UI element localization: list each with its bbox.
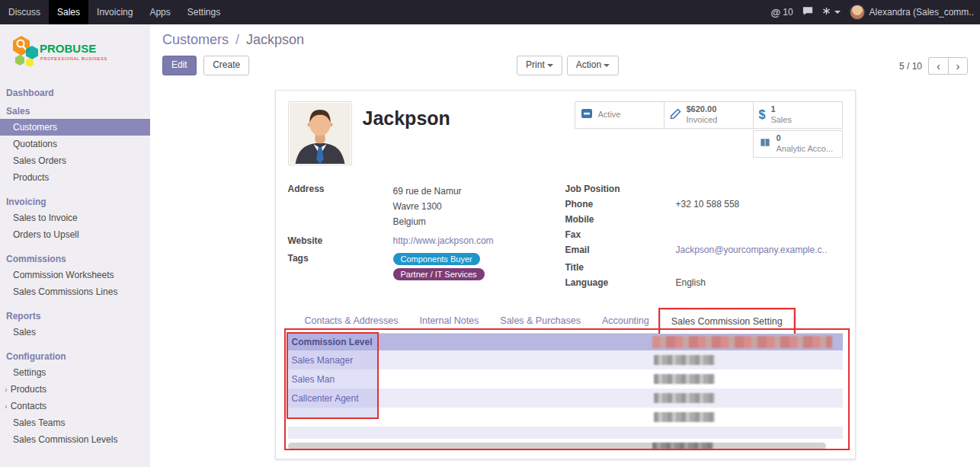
- sidebar-item-sales-orders[interactable]: Sales Orders: [0, 152, 150, 169]
- address-line-2: Wavre 1300: [393, 199, 462, 214]
- sidebar-item-sales-teams[interactable]: Sales Teams: [0, 414, 150, 431]
- website-field-label: Website: [288, 235, 393, 247]
- horizontal-scrollbar[interactable]: [288, 443, 826, 449]
- debug-menu-button[interactable]: [822, 7, 841, 18]
- action-label: Action: [576, 59, 601, 70]
- sidebar-item-quotations[interactable]: Quotations: [0, 136, 150, 152]
- chat-bubble-icon: [802, 6, 813, 18]
- tab-accounting[interactable]: Accounting: [591, 309, 660, 333]
- tab-sales-commission-setting[interactable]: Sales Commission Setting: [660, 309, 794, 334]
- book-icon: [759, 137, 771, 152]
- debug-asterisk-icon: [822, 7, 831, 18]
- tag-components-buyer: Components Buyer: [393, 253, 480, 265]
- customer-photo: [288, 101, 352, 165]
- top-navbar: Discuss Sales Invoicing Apps Settings @ …: [0, 0, 980, 24]
- table-row-sales-manager[interactable]: Sales Manager: [288, 350, 843, 369]
- sidebar-item-sales-commissions-lines[interactable]: Sales Commissions Lines: [0, 283, 150, 300]
- sidebar-item-settings[interactable]: Settings: [0, 364, 150, 381]
- sidebar-item-label: Products: [11, 384, 46, 395]
- chevron-down-icon: [834, 11, 841, 14]
- stat-buttons: Active $620.00 Invoiced $ 1: [572, 101, 843, 159]
- stat-button-active[interactable]: Active: [575, 101, 665, 129]
- edit-button[interactable]: Edit: [162, 56, 197, 75]
- sidebar-item-sales-commission-levels[interactable]: Sales Commission Levels: [0, 431, 150, 448]
- sales-count-value: 1: [770, 104, 792, 115]
- commission-level-column-header[interactable]: Commission Level: [288, 337, 652, 347]
- tags-field-label: Tags: [288, 253, 393, 283]
- sidebar-header-dashboard[interactable]: Dashboard: [0, 84, 150, 101]
- table-row-sales-man[interactable]: Sales Man: [288, 369, 843, 389]
- breadcrumb-separator: /: [235, 32, 239, 47]
- phone-value: +32 10 588 558: [676, 199, 740, 210]
- sidebar-item-config-products[interactable]: ›Products: [0, 381, 150, 398]
- sidebar-header-invoicing[interactable]: Invoicing: [0, 193, 150, 210]
- sales-count-label: Sales: [770, 115, 792, 126]
- tab-contacts-addresses[interactable]: Contacts & Addresses: [294, 309, 409, 333]
- logo-tagline-text: PROFESSIONAL BUSINESS: [40, 56, 107, 61]
- pager-previous-button[interactable]: ‹: [928, 57, 948, 75]
- tag-partner-it-services: Partner / IT Services: [393, 268, 485, 280]
- user-name: Alexandra (Sales_comm..: [870, 7, 974, 18]
- menu-sales[interactable]: Sales: [49, 0, 88, 24]
- table-row-callcenter-agent[interactable]: Callcenter Agent: [288, 389, 843, 408]
- menu-discuss[interactable]: Discuss: [0, 0, 49, 24]
- breadcrumb: Customers / Jackpson: [162, 32, 968, 48]
- stat-button-analytic-accounts[interactable]: 0 Analytic Acco...: [753, 130, 843, 158]
- sidebar-header-reports[interactable]: Reports: [0, 307, 150, 324]
- sidebar-item-config-contacts[interactable]: ›Contacts: [0, 398, 150, 414]
- user-menu[interactable]: Alexandra (Sales_comm..: [850, 5, 974, 20]
- breadcrumb-customers-link[interactable]: Customers: [162, 32, 229, 47]
- stat-button-sales[interactable]: $ 1 Sales: [753, 101, 843, 129]
- invoiced-value: $620.00: [687, 104, 718, 115]
- website-link[interactable]: http://www.jackpson.com: [393, 235, 494, 247]
- messages-button[interactable]: [802, 6, 813, 18]
- tab-sales-purchases[interactable]: Sales & Purchases: [489, 309, 591, 333]
- email-link[interactable]: Jackpson@yourcompany.example.c..: [676, 245, 828, 256]
- sidebar-item-reports-sales[interactable]: Sales: [0, 324, 150, 341]
- mobile-field-label: Mobile: [565, 214, 676, 226]
- pencil-icon: [670, 108, 681, 123]
- submenu-arrow-icon: ›: [5, 401, 8, 411]
- user-avatar: [850, 5, 865, 20]
- redacted-value: [654, 355, 715, 365]
- phone-field-label: Phone: [565, 199, 676, 210]
- main-content: Customers / Jackpson Edit Create Print A…: [150, 24, 980, 467]
- address-value: 69 rue de Namur Wavre 1300 Belgium: [393, 184, 462, 229]
- sidebar-item-customers[interactable]: Customers: [0, 119, 150, 136]
- redacted-value: [652, 443, 713, 449]
- menu-invoicing[interactable]: Invoicing: [88, 0, 141, 24]
- sidebar-item-sales-to-invoice[interactable]: Sales to Invoice: [0, 210, 150, 226]
- sidebar-item-commission-worksheets[interactable]: Commission Worksheets: [0, 267, 150, 283]
- sidebar: PROBUSE PROFESSIONAL BUSINESS Dashboard …: [0, 24, 150, 467]
- stat-button-invoiced[interactable]: $620.00 Invoiced: [664, 101, 754, 129]
- sidebar-item-products[interactable]: Products: [0, 169, 150, 186]
- notebook: Contacts & Addresses Internal Notes Sale…: [288, 309, 843, 449]
- print-dropdown-button[interactable]: Print: [517, 56, 562, 75]
- address-line-1: 69 rue de Namur: [393, 184, 462, 199]
- redacted-column-header: [652, 336, 832, 348]
- tags-value: Components Buyer Partner / IT Services: [393, 253, 485, 283]
- logo-name-text: PROBUSE: [40, 42, 96, 55]
- record-form-sheet: Jackpson Active $620.00 In: [275, 90, 856, 459]
- print-label: Print: [526, 59, 545, 70]
- sidebar-header-commissions[interactable]: Commissions: [0, 250, 150, 267]
- redacted-value: [654, 393, 715, 403]
- active-toggle-icon: [581, 107, 593, 123]
- sidebar-header-sales[interactable]: Sales: [0, 102, 150, 119]
- chevron-down-icon: [547, 64, 553, 67]
- menu-apps[interactable]: Apps: [141, 0, 178, 24]
- pager-next-button[interactable]: ›: [948, 57, 968, 75]
- table-row-empty: [288, 408, 843, 427]
- create-button[interactable]: Create: [203, 56, 249, 75]
- action-dropdown-button[interactable]: Action: [567, 56, 619, 75]
- breadcrumb-current: Jackpson: [246, 32, 304, 47]
- sidebar-header-configuration[interactable]: Configuration: [0, 347, 150, 364]
- record-fields: Address 69 rue de Namur Wavre 1300 Belgi…: [288, 184, 843, 293]
- invoiced-label: Invoiced: [687, 115, 718, 126]
- menu-settings[interactable]: Settings: [179, 0, 229, 24]
- tab-internal-notes[interactable]: Internal Notes: [408, 309, 489, 333]
- sidebar-item-orders-to-upsell[interactable]: Orders to Upsell: [0, 226, 150, 243]
- mentions-button[interactable]: @ 10: [771, 7, 793, 18]
- mention-count-badge: 10: [783, 7, 793, 18]
- address-field-label: Address: [288, 184, 393, 229]
